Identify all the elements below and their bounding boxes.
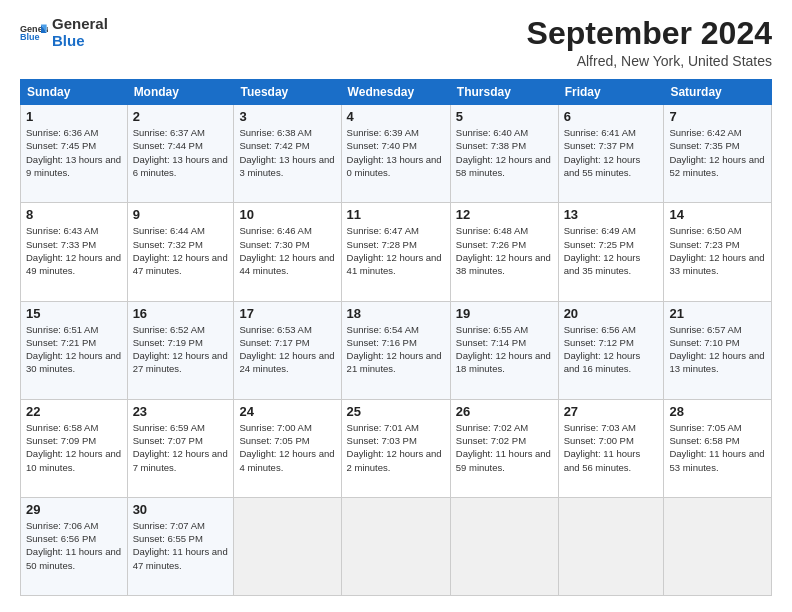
sunset-label: Sunset: 7:21 PM <box>26 337 96 348</box>
daylight-label: Daylight: 12 hours and 7 minutes. <box>133 448 228 472</box>
calendar-cell <box>234 497 341 595</box>
sunset-label: Sunset: 7:40 PM <box>347 140 417 151</box>
sunset-label: Sunset: 6:56 PM <box>26 533 96 544</box>
day-number: 16 <box>133 306 229 321</box>
day-info: Sunrise: 6:58 AM Sunset: 7:09 PM Dayligh… <box>26 421 122 474</box>
svg-text:Blue: Blue <box>20 32 40 42</box>
sunrise-label: Sunrise: 6:41 AM <box>564 127 636 138</box>
day-info: Sunrise: 6:38 AM Sunset: 7:42 PM Dayligh… <box>239 126 335 179</box>
day-info: Sunrise: 6:50 AM Sunset: 7:23 PM Dayligh… <box>669 224 766 277</box>
sunset-label: Sunset: 7:10 PM <box>669 337 739 348</box>
daylight-label: Daylight: 12 hours and 21 minutes. <box>347 350 442 374</box>
day-info: Sunrise: 6:48 AM Sunset: 7:26 PM Dayligh… <box>456 224 553 277</box>
day-number: 1 <box>26 109 122 124</box>
day-number: 4 <box>347 109 445 124</box>
day-number: 29 <box>26 502 122 517</box>
calendar-header: Sunday Monday Tuesday Wednesday Thursday… <box>21 80 772 105</box>
calendar-cell: 5 Sunrise: 6:40 AM Sunset: 7:38 PM Dayli… <box>450 105 558 203</box>
daylight-label: Daylight: 12 hours and 38 minutes. <box>456 252 551 276</box>
calendar-cell: 23 Sunrise: 6:59 AM Sunset: 7:07 PM Dayl… <box>127 399 234 497</box>
sunset-label: Sunset: 7:02 PM <box>456 435 526 446</box>
sunrise-label: Sunrise: 6:49 AM <box>564 225 636 236</box>
daylight-label: Daylight: 13 hours and 9 minutes. <box>26 154 121 178</box>
calendar-cell: 20 Sunrise: 6:56 AM Sunset: 7:12 PM Dayl… <box>558 301 664 399</box>
weekday-saturday: Saturday <box>664 80 772 105</box>
day-info: Sunrise: 6:53 AM Sunset: 7:17 PM Dayligh… <box>239 323 335 376</box>
calendar-cell: 21 Sunrise: 6:57 AM Sunset: 7:10 PM Dayl… <box>664 301 772 399</box>
calendar-cell: 29 Sunrise: 7:06 AM Sunset: 6:56 PM Dayl… <box>21 497 128 595</box>
daylight-label: Daylight: 13 hours and 6 minutes. <box>133 154 228 178</box>
sunset-label: Sunset: 7:07 PM <box>133 435 203 446</box>
day-info: Sunrise: 6:49 AM Sunset: 7:25 PM Dayligh… <box>564 224 659 277</box>
day-number: 9 <box>133 207 229 222</box>
calendar-cell: 12 Sunrise: 6:48 AM Sunset: 7:26 PM Dayl… <box>450 203 558 301</box>
sunset-label: Sunset: 7:12 PM <box>564 337 634 348</box>
calendar-cell: 9 Sunrise: 6:44 AM Sunset: 7:32 PM Dayli… <box>127 203 234 301</box>
sunrise-label: Sunrise: 7:05 AM <box>669 422 741 433</box>
calendar-cell: 1 Sunrise: 6:36 AM Sunset: 7:45 PM Dayli… <box>21 105 128 203</box>
calendar-cell: 16 Sunrise: 6:52 AM Sunset: 7:19 PM Dayl… <box>127 301 234 399</box>
weekday-tuesday: Tuesday <box>234 80 341 105</box>
calendar-week-3: 22 Sunrise: 6:58 AM Sunset: 7:09 PM Dayl… <box>21 399 772 497</box>
sunrise-label: Sunrise: 6:46 AM <box>239 225 311 236</box>
day-number: 8 <box>26 207 122 222</box>
day-number: 17 <box>239 306 335 321</box>
calendar-cell <box>450 497 558 595</box>
calendar-cell: 13 Sunrise: 6:49 AM Sunset: 7:25 PM Dayl… <box>558 203 664 301</box>
calendar-cell: 28 Sunrise: 7:05 AM Sunset: 6:58 PM Dayl… <box>664 399 772 497</box>
sunset-label: Sunset: 7:42 PM <box>239 140 309 151</box>
calendar-week-1: 8 Sunrise: 6:43 AM Sunset: 7:33 PM Dayli… <box>21 203 772 301</box>
day-info: Sunrise: 7:06 AM Sunset: 6:56 PM Dayligh… <box>26 519 122 572</box>
calendar-cell: 3 Sunrise: 6:38 AM Sunset: 7:42 PM Dayli… <box>234 105 341 203</box>
calendar-cell: 25 Sunrise: 7:01 AM Sunset: 7:03 PM Dayl… <box>341 399 450 497</box>
sunrise-label: Sunrise: 7:07 AM <box>133 520 205 531</box>
day-info: Sunrise: 6:37 AM Sunset: 7:44 PM Dayligh… <box>133 126 229 179</box>
calendar-week-0: 1 Sunrise: 6:36 AM Sunset: 7:45 PM Dayli… <box>21 105 772 203</box>
day-number: 20 <box>564 306 659 321</box>
sunrise-label: Sunrise: 6:42 AM <box>669 127 741 138</box>
calendar-cell: 19 Sunrise: 6:55 AM Sunset: 7:14 PM Dayl… <box>450 301 558 399</box>
day-info: Sunrise: 6:59 AM Sunset: 7:07 PM Dayligh… <box>133 421 229 474</box>
day-number: 30 <box>133 502 229 517</box>
day-info: Sunrise: 7:05 AM Sunset: 6:58 PM Dayligh… <box>669 421 766 474</box>
day-number: 15 <box>26 306 122 321</box>
sunrise-label: Sunrise: 6:59 AM <box>133 422 205 433</box>
daylight-label: Daylight: 11 hours and 47 minutes. <box>133 546 228 570</box>
calendar-cell: 24 Sunrise: 7:00 AM Sunset: 7:05 PM Dayl… <box>234 399 341 497</box>
sunset-label: Sunset: 7:45 PM <box>26 140 96 151</box>
sunset-label: Sunset: 7:28 PM <box>347 239 417 250</box>
day-number: 12 <box>456 207 553 222</box>
logo-icon: General Blue <box>20 19 48 47</box>
sunset-label: Sunset: 7:35 PM <box>669 140 739 151</box>
day-number: 6 <box>564 109 659 124</box>
day-number: 26 <box>456 404 553 419</box>
calendar-cell: 10 Sunrise: 6:46 AM Sunset: 7:30 PM Dayl… <box>234 203 341 301</box>
day-info: Sunrise: 6:51 AM Sunset: 7:21 PM Dayligh… <box>26 323 122 376</box>
sunset-label: Sunset: 7:16 PM <box>347 337 417 348</box>
sunrise-label: Sunrise: 6:51 AM <box>26 324 98 335</box>
day-info: Sunrise: 6:47 AM Sunset: 7:28 PM Dayligh… <box>347 224 445 277</box>
day-number: 22 <box>26 404 122 419</box>
day-info: Sunrise: 6:54 AM Sunset: 7:16 PM Dayligh… <box>347 323 445 376</box>
day-number: 18 <box>347 306 445 321</box>
sunrise-label: Sunrise: 6:39 AM <box>347 127 419 138</box>
day-number: 27 <box>564 404 659 419</box>
calendar-cell: 30 Sunrise: 7:07 AM Sunset: 6:55 PM Dayl… <box>127 497 234 595</box>
month-title: September 2024 <box>527 16 772 51</box>
sunrise-label: Sunrise: 6:40 AM <box>456 127 528 138</box>
calendar-cell: 7 Sunrise: 6:42 AM Sunset: 7:35 PM Dayli… <box>664 105 772 203</box>
sunrise-label: Sunrise: 7:01 AM <box>347 422 419 433</box>
title-block: September 2024 Alfred, New York, United … <box>527 16 772 69</box>
day-number: 2 <box>133 109 229 124</box>
day-number: 13 <box>564 207 659 222</box>
daylight-label: Daylight: 12 hours and 35 minutes. <box>564 252 641 276</box>
sunrise-label: Sunrise: 6:58 AM <box>26 422 98 433</box>
day-info: Sunrise: 6:42 AM Sunset: 7:35 PM Dayligh… <box>669 126 766 179</box>
daylight-label: Daylight: 11 hours and 53 minutes. <box>669 448 764 472</box>
day-info: Sunrise: 6:56 AM Sunset: 7:12 PM Dayligh… <box>564 323 659 376</box>
sunset-label: Sunset: 7:26 PM <box>456 239 526 250</box>
day-info: Sunrise: 6:43 AM Sunset: 7:33 PM Dayligh… <box>26 224 122 277</box>
weekday-row: Sunday Monday Tuesday Wednesday Thursday… <box>21 80 772 105</box>
sunrise-label: Sunrise: 6:55 AM <box>456 324 528 335</box>
calendar-cell: 17 Sunrise: 6:53 AM Sunset: 7:17 PM Dayl… <box>234 301 341 399</box>
